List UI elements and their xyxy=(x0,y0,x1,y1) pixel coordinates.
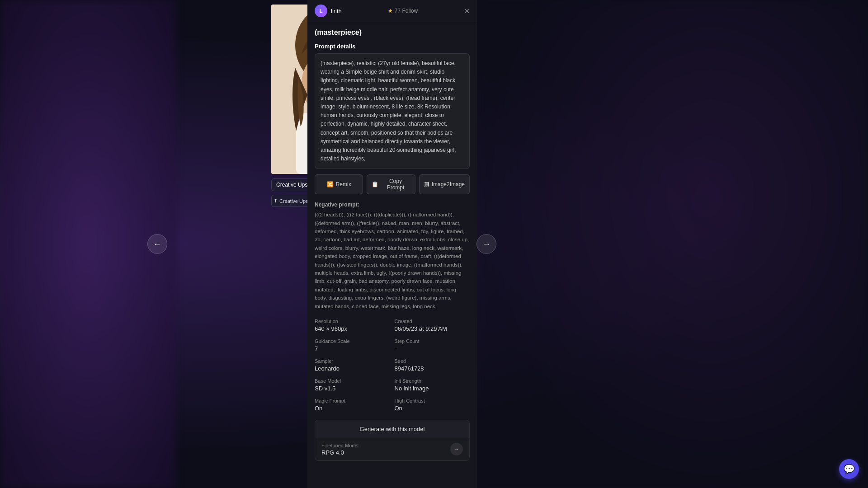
negative-prompt-label: Negative prompt: xyxy=(315,202,470,208)
close-button[interactable]: ✕ xyxy=(464,7,470,15)
resolution-item: Resolution 640 × 960px xyxy=(315,319,390,332)
prompt-details-label: Prompt details xyxy=(315,43,470,50)
remix-button[interactable]: 🔀 Remix xyxy=(315,174,363,194)
star-icon: ★ xyxy=(388,8,393,14)
bg-right xyxy=(475,0,868,488)
follow-button[interactable]: ★ 77 Follow xyxy=(384,6,421,16)
image-title: (masterpiece) xyxy=(315,28,470,37)
guidance-item: Guidance Scale 7 xyxy=(315,338,390,352)
prompt-text: (masterpiece), realistic, (27yr old fema… xyxy=(315,53,470,169)
panel-content: (masterpiece) Prompt details (masterpiec… xyxy=(307,22,477,473)
base-model-item: Base Model SD v1.5 xyxy=(315,378,390,392)
copy-prompt-button[interactable]: 📋 Copy Prompt xyxy=(367,174,415,194)
detail-panel: L lirith ★ 77 Follow ✕ (masterpiece) Pro… xyxy=(307,0,477,488)
model-info: Finetuned Model RPG 4.0 xyxy=(321,443,359,456)
next-arrow[interactable]: → xyxy=(476,234,496,254)
user-info: L lirith xyxy=(315,5,342,17)
avatar: L xyxy=(315,5,327,17)
panel-header: L lirith ★ 77 Follow ✕ xyxy=(307,0,477,22)
generate-with-model-button[interactable]: Generate with this model xyxy=(315,420,469,438)
magic-prompt-item: Magic Prompt On xyxy=(315,398,390,412)
high-contrast-item: High Contrast On xyxy=(395,398,470,412)
remix-icon: 🔀 xyxy=(327,181,334,188)
username: lirith xyxy=(331,8,342,14)
model-row: Finetuned Model RPG 4.0 → xyxy=(315,438,469,460)
model-arrow-button[interactable]: → xyxy=(450,443,463,455)
generate-section: Generate with this model Finetuned Model… xyxy=(315,420,470,461)
chat-icon: 💬 xyxy=(844,464,855,474)
negative-prompt-text: (((2 heads))), (((2 face))), (((duplicat… xyxy=(315,211,470,310)
upscale-icon: ⬆ xyxy=(274,198,278,204)
image2image-button[interactable]: 🖼 Image2Image xyxy=(419,174,470,194)
copy-icon: 📋 xyxy=(372,181,378,188)
seed-item: Seed 894761728 xyxy=(395,358,470,372)
chat-bubble-button[interactable]: 💬 xyxy=(839,459,859,479)
prev-arrow[interactable]: ← xyxy=(147,234,167,254)
prompt-actions: 🔀 Remix 📋 Copy Prompt 🖼 Image2Image xyxy=(315,174,470,194)
step-count-item: Step Count – xyxy=(395,338,470,352)
metadata-grid: Resolution 640 × 960px Created 06/05/23 … xyxy=(315,319,470,412)
sampler-item: Sampler Leonardo xyxy=(315,358,390,372)
init-strength-item: Init Strength No init image xyxy=(395,378,470,392)
created-item: Created 06/05/23 at 9:29 AM xyxy=(395,319,470,332)
image2image-icon: 🖼 xyxy=(424,181,429,188)
